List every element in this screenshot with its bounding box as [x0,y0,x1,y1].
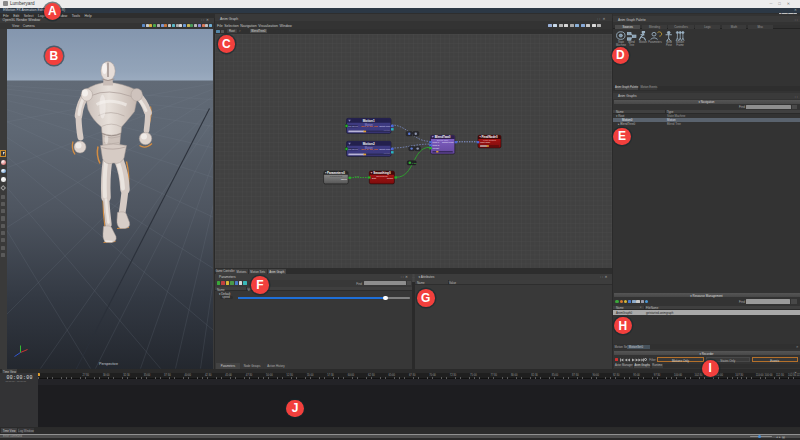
svg-text:Pose 2: Pose 2 [433,144,440,146]
svg-text:Play Speed: Play Speed [348,148,358,150]
svg-text:Output Pose: Output Pose [379,125,391,127]
svg-text:Motion: Motion [384,128,391,130]
svg-text:Dest: Dest [372,176,377,178]
svg-text:Input Pose: Input Pose [480,141,491,143]
svg-text:Motion2: Motion2 [363,141,375,145]
svg-text:Weight: Weight [433,147,440,149]
svg-text:Motion: Motion [384,151,391,153]
svg-text:Output Pose: Output Pose [379,148,391,150]
svg-text:Output Pose: Output Pose [442,141,454,143]
svg-text:Perspective: Perspective [99,361,118,365]
svg-text:speed: speed [341,177,348,179]
svg-text:1.00: 1.00 [355,174,360,177]
svg-text:0.50: 0.50 [412,162,417,165]
svg-text:Result: Result [387,176,393,178]
svg-text:Pose 1: Pose 1 [433,141,440,143]
svg-text:Motion1: Motion1 [363,118,375,122]
svg-text:Play Speed: Play Speed [348,125,358,127]
